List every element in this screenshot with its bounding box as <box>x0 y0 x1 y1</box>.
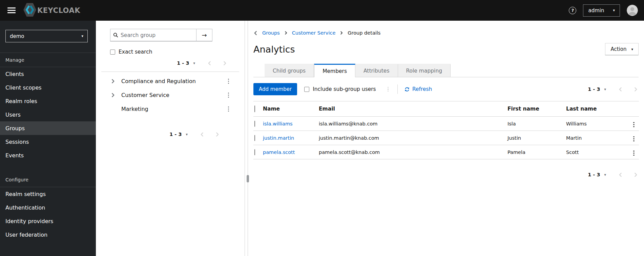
exact-search-checkbox[interactable] <box>110 50 115 55</box>
sidebar-item-events[interactable]: Events <box>0 149 96 162</box>
row-checkbox[interactable] <box>254 121 255 127</box>
member-first-name: Justin <box>507 131 566 145</box>
question-mark: ? <box>572 8 574 13</box>
username: admin <box>588 7 604 14</box>
avatar[interactable] <box>627 5 638 16</box>
toolbar-kebab-menu-icon[interactable] <box>386 85 391 93</box>
nav-section-manage: Manage <box>0 53 96 67</box>
keycloak-logo-icon <box>23 2 37 19</box>
search-icon <box>113 33 118 38</box>
member-name-link[interactable]: justin.martin <box>263 135 294 141</box>
pagination-prev-button[interactable] <box>618 87 623 92</box>
kebab-menu-icon[interactable] <box>226 91 231 99</box>
breadcrumb-groups-link[interactable]: Groups <box>262 30 280 36</box>
pagination-next-button[interactable] <box>633 173 638 177</box>
group-label[interactable]: Customer Service <box>121 92 169 98</box>
sidebar-item-label: Realm roles <box>5 98 37 104</box>
tab-label: Members <box>323 68 347 74</box>
tab-label: Child groups <box>273 68 306 74</box>
include-subgroups-label: Include sub-group users <box>313 86 376 92</box>
breadcrumb: Groups Customer Service Group details <box>253 30 639 36</box>
member-email: isla.williams@knab.com <box>319 117 507 131</box>
nav-section-label: Configure <box>5 177 28 182</box>
pagination-options-toggle[interactable]: ▾ <box>604 87 606 92</box>
keycloak-logo: KEYCLOAK <box>23 2 80 19</box>
pagination-next-button[interactable] <box>633 87 638 92</box>
member-name-link[interactable]: pamela.scott <box>263 150 295 155</box>
row-kebab-menu-icon[interactable] <box>631 121 636 129</box>
breadcrumb-back-icon[interactable] <box>253 31 258 35</box>
pagination-options-toggle[interactable]: ▾ <box>186 132 188 137</box>
breadcrumb-customer-service-link[interactable]: Customer Service <box>292 30 336 36</box>
chevron-right-icon[interactable] <box>111 93 116 97</box>
sidebar-item-identity-providers[interactable]: Identity providers <box>0 214 96 228</box>
group-tabs: Child groups Members Attributes Role map… <box>253 64 639 77</box>
tree-pagination-top: 1 - 3 ▾ <box>96 60 245 66</box>
tree-pagination-bottom: 1 - 3 ▾ <box>96 132 245 137</box>
member-last-name: Williams <box>566 117 629 131</box>
sidebar-item-groups[interactable]: Groups <box>0 121 96 135</box>
sidebar-item-label: Client scopes <box>5 84 42 91</box>
kebab-menu-icon[interactable] <box>226 77 231 85</box>
sidebar-item-realm-settings[interactable]: Realm settings <box>0 187 96 201</box>
sidebar-item-label: Realm settings <box>5 191 46 197</box>
sidebar-item-label: Clients <box>5 71 24 77</box>
sidebar-item-user-federation[interactable]: User federation <box>0 228 96 241</box>
members-pagination-top: 1 - 3 ▾ <box>588 86 639 92</box>
nav-toggle-button[interactable] <box>7 7 16 13</box>
nav-section-label: Manage <box>5 57 24 63</box>
sidebar-item-client-scopes[interactable]: Client scopes <box>0 81 96 94</box>
pagination-next-button[interactable] <box>223 61 227 65</box>
pagination-prev-button[interactable] <box>618 173 623 177</box>
row-kebab-menu-icon[interactable] <box>631 135 636 143</box>
group-tree-item[interactable]: Customer Service <box>96 88 245 102</box>
tab-label: Role mapping <box>406 68 442 74</box>
keycloak-admin-console: KEYCLOAK ? admin ▾ demo ▾ <box>0 0 644 256</box>
group-tree-item[interactable]: Compliance and Regulation <box>96 74 245 88</box>
kebab-menu-icon[interactable] <box>226 105 231 113</box>
members-pagination-bottom: 1 - 3 ▾ <box>253 172 639 177</box>
panel-resize-handle[interactable] <box>247 175 249 182</box>
table-row: pamela.scott pamela.scott@knab.com Pamel… <box>253 145 639 159</box>
tab-child-groups[interactable]: Child groups <box>265 64 314 77</box>
row-kebab-menu-icon[interactable] <box>631 149 636 157</box>
user-menu-dropdown[interactable]: admin ▾ <box>583 4 620 17</box>
help-icon[interactable]: ? <box>569 7 576 14</box>
chevron-right-icon[interactable] <box>111 79 116 83</box>
member-name-link[interactable]: isla.williams <box>263 121 293 126</box>
caret-down-icon: ▾ <box>186 132 188 137</box>
pagination-next-button[interactable] <box>215 132 220 137</box>
tab-role-mapping[interactable]: Role mapping <box>398 64 451 77</box>
toolbar-divider <box>397 84 398 94</box>
sidebar-item-clients[interactable]: Clients <box>0 67 96 81</box>
sidebar-item-label: Users <box>5 112 21 118</box>
group-label[interactable]: Marketing <box>121 106 148 112</box>
tab-members[interactable]: Members <box>314 64 355 77</box>
group-label[interactable]: Compliance and Regulation <box>121 78 196 84</box>
sidebar-item-sessions[interactable]: Sessions <box>0 135 96 149</box>
caret-down-icon: ▾ <box>604 173 606 177</box>
group-search-input[interactable] <box>121 32 193 38</box>
add-member-button[interactable]: Add member <box>253 83 297 95</box>
caret-down-icon: ▾ <box>631 47 633 51</box>
pagination-prev-button[interactable] <box>200 132 204 137</box>
tab-attributes[interactable]: Attributes <box>355 64 398 77</box>
sidebar-item-authentication[interactable]: Authentication <box>0 201 96 214</box>
pagination-options-toggle[interactable]: ▾ <box>604 173 606 177</box>
row-checkbox[interactable] <box>254 149 255 155</box>
realm-select[interactable]: demo ▾ <box>5 30 88 42</box>
group-tree: Compliance and Regulation Customer Servi… <box>96 74 245 116</box>
sidebar-item-realm-roles[interactable]: Realm roles <box>0 94 96 108</box>
group-details-main: Groups Customer Service Group details An… <box>251 21 644 256</box>
refresh-button[interactable]: Refresh <box>404 86 432 92</box>
group-tree-item[interactable]: Marketing <box>96 102 245 116</box>
include-subgroups-checkbox[interactable] <box>304 87 309 92</box>
pagination-options-toggle[interactable]: ▾ <box>193 61 195 65</box>
member-last-name: Scott <box>566 145 629 159</box>
select-all-checkbox[interactable] <box>254 105 255 112</box>
search-submit-button[interactable]: → <box>196 29 212 41</box>
pagination-prev-button[interactable] <box>207 61 212 65</box>
sidebar-item-users[interactable]: Users <box>0 108 96 121</box>
row-checkbox[interactable] <box>254 135 255 141</box>
action-dropdown[interactable]: Action ▾ <box>605 43 639 55</box>
